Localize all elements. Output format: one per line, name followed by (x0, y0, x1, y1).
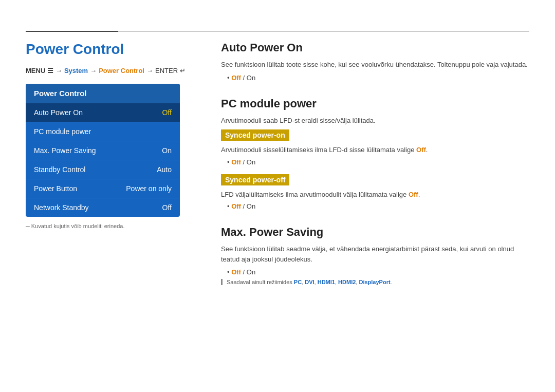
footnote: Kuvatud kujutis võib mudeliti erineda. (26, 223, 200, 229)
menu-item-label: Network Standby (34, 203, 89, 212)
menu-header: Power Control (26, 84, 180, 103)
menu-item-max.-power-saving[interactable]: Max. Power SavingOn (26, 141, 180, 160)
breadcrumb-arrow-3: → (146, 67, 153, 74)
synced-off-off: Off (409, 191, 418, 198)
breadcrumb-arrow-1: → (55, 67, 62, 74)
footnote-dvi: DVI (305, 279, 314, 285)
section-title-pc-module: PC module power (221, 97, 529, 110)
section-auto-power-on: Auto Power On See funktsioon lülitab too… (221, 41, 529, 82)
footnote-displayport: DisplayPort (359, 279, 390, 285)
synced-on-slash: / On (243, 158, 256, 166)
breadcrumb-arrow-2: → (90, 67, 97, 74)
menu-item-label: Max. Power Saving (34, 146, 96, 155)
section-desc-pc-module: Arvutimooduli saab LFD-st eraldi sisse/v… (221, 116, 529, 126)
menu-item-value: Off (162, 108, 172, 117)
section-title-max-power: Max. Power Saving (221, 226, 529, 239)
max-power-slash: / On (243, 268, 256, 276)
menu-item-standby-control[interactable]: Standby ControlAuto (26, 160, 180, 179)
menu-item-value: Auto (157, 165, 172, 174)
left-panel: Power Control MENU ☰ → System → Power Co… (26, 41, 200, 229)
breadcrumb: MENU ☰ → System → Power Control → ENTER … (26, 67, 200, 74)
menu-item-power-button[interactable]: Power ButtonPower on only (26, 179, 180, 198)
breadcrumb-system: System (64, 67, 88, 74)
right-panel: Auto Power On See funktsioon lülitab too… (221, 41, 529, 301)
synced-on-off: Off (416, 146, 426, 154)
top-border (26, 31, 529, 32)
footnote-hdmi2: HDMI2 (338, 279, 356, 285)
synced-power-off-block: Synced power-off LFD väljalülitamiseks i… (221, 174, 529, 211)
menu-item-pc-module-power[interactable]: PC module power (26, 122, 180, 141)
menu-box: Power Control Auto Power OnOffPC module … (26, 84, 180, 217)
menu-item-auto-power-on[interactable]: Auto Power OnOff (26, 103, 180, 122)
menu-item-label: Power Button (34, 184, 77, 193)
menu-item-value: On (162, 146, 172, 155)
max-power-footnote: Saadaval ainult režiimides PC, DVI, HDMI… (221, 279, 529, 285)
menu-item-value: Power on only (126, 184, 172, 193)
section-pc-module-power: PC module power Arvutimooduli saab LFD-s… (221, 97, 529, 211)
breadcrumb-menu-text: MENU ☰ (26, 67, 53, 74)
bullet-max-power: Off / On (227, 268, 529, 276)
breadcrumb-enter: ENTER ↵ (155, 67, 186, 74)
synced-power-off-desc: LFD väljalülitamiseks ilma arvutimooduli… (221, 190, 529, 200)
section-max-power-saving: Max. Power Saving See funktsioon lülitab… (221, 226, 529, 285)
section-desc-auto-power-on: See funktsioon lülitab toote sisse kohe,… (221, 60, 529, 70)
synced-off-slash: / On (243, 202, 256, 210)
breadcrumb-power-control: Power Control (99, 67, 144, 74)
synced-power-on-desc: Arvutimooduli sisselülitamiseks ilma LFD… (221, 145, 529, 155)
menu-item-label: PC module power (34, 127, 91, 136)
slash-separator: / On (243, 74, 256, 82)
bullet-synced-on: Off / On (227, 158, 529, 166)
bullet-synced-off: Off / On (227, 202, 529, 210)
menu-item-network-standby[interactable]: Network StandbyOff (26, 198, 180, 217)
synced-off-off-bullet: Off (231, 202, 241, 210)
page-title: Power Control (26, 41, 200, 58)
menu-item-label: Auto Power On (34, 108, 83, 117)
section-title-auto-power-on: Auto Power On (221, 41, 529, 54)
synced-on-off-bullet: Off (231, 158, 241, 166)
menu-item-label: Standby Control (34, 165, 85, 174)
max-power-off: Off (231, 268, 241, 276)
synced-power-off-label: Synced power-off (221, 174, 289, 185)
section-desc-max-power: See funktsioon lülitab seadme välja, et … (221, 244, 529, 264)
bullet-auto-power-on: Off / On (227, 74, 529, 82)
footnote-hdmi1: HDMI1 (318, 279, 335, 285)
footnote-pc: PC (294, 279, 302, 285)
synced-power-on-block: Synced power-on Arvutimooduli sisselülit… (221, 129, 529, 166)
off-label: Off (231, 74, 241, 82)
synced-power-on-label: Synced power-on (221, 129, 289, 141)
menu-item-value: Off (162, 203, 172, 212)
